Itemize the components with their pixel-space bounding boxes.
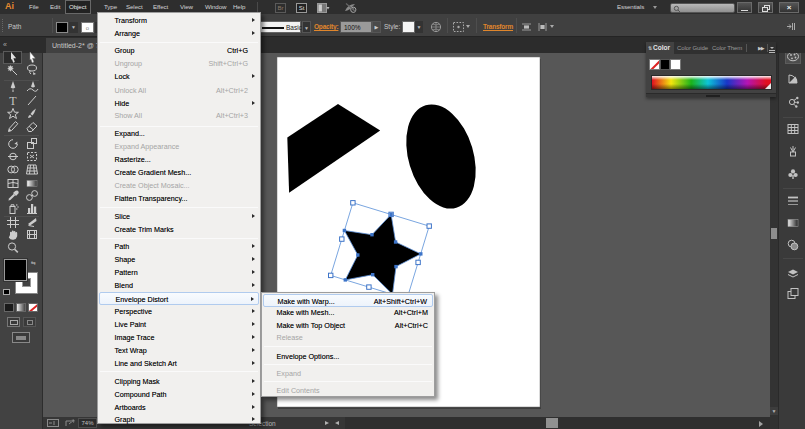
svg-text:T: T — [9, 94, 17, 107]
